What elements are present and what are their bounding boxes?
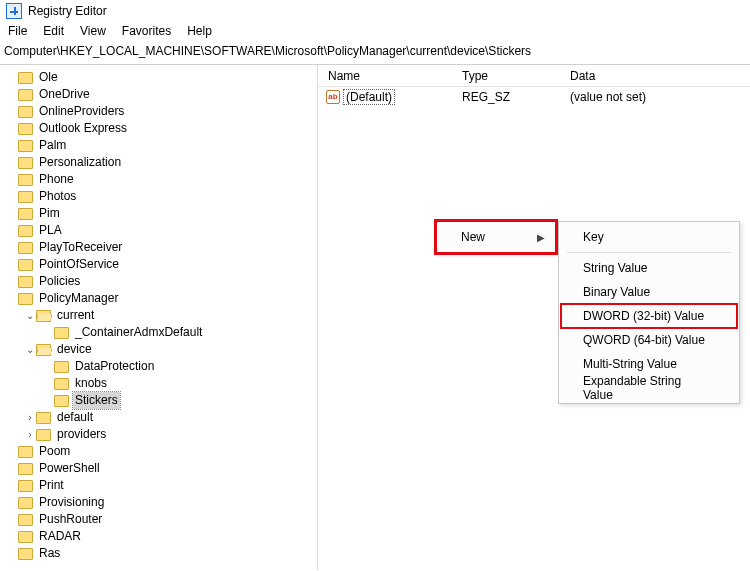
tree-item-dataprotection[interactable]: DataProtection (0, 358, 317, 375)
menu-view[interactable]: View (80, 24, 106, 38)
tree-item-provisioning[interactable]: Provisioning (0, 494, 317, 511)
value-name[interactable]: (Default) (344, 90, 394, 104)
regedit-icon (6, 3, 22, 19)
tree-item-phone[interactable]: Phone (0, 171, 317, 188)
menu-item-label: String Value (583, 261, 647, 275)
menu-edit[interactable]: Edit (43, 24, 64, 38)
tree-item-label: knobs (73, 375, 109, 392)
tree-item-label: Ole (37, 69, 60, 86)
chevron-right-icon[interactable]: › (24, 409, 36, 426)
col-header-name[interactable]: Name (318, 69, 452, 83)
tree-item-label: PolicyManager (37, 290, 120, 307)
menu-item-label: QWORD (64-bit) Value (583, 333, 705, 347)
tree-item-powershell[interactable]: PowerShell (0, 460, 317, 477)
folder-icon (36, 429, 51, 441)
folder-icon (54, 327, 69, 339)
tree-item-pushrouter[interactable]: PushRouter (0, 511, 317, 528)
menu-help[interactable]: Help (187, 24, 212, 38)
tree-item-providers[interactable]: ›providers (0, 426, 317, 443)
tree-item-poom[interactable]: Poom (0, 443, 317, 460)
col-header-data[interactable]: Data (560, 69, 750, 83)
tree-item-device[interactable]: ⌄device (0, 341, 317, 358)
tree-item-print[interactable]: Print (0, 477, 317, 494)
folder-icon (18, 497, 33, 509)
folder-icon (18, 514, 33, 526)
tree-item-radar[interactable]: RADAR (0, 528, 317, 545)
folder-icon (18, 123, 33, 135)
tree-item-label: providers (55, 426, 108, 443)
folder-icon (18, 548, 33, 560)
col-header-type[interactable]: Type (452, 69, 560, 83)
menu-item-binary[interactable]: Binary Value (561, 280, 737, 304)
tree-item-pointofservice[interactable]: PointOfService (0, 256, 317, 273)
tree-item-policies[interactable]: Policies (0, 273, 317, 290)
tree-item-current[interactable]: ⌄current (0, 307, 317, 324)
tree-item-default[interactable]: ›default (0, 409, 317, 426)
tree-item-label: PushRouter (37, 511, 104, 528)
menu-item-label: Binary Value (583, 285, 650, 299)
value-type: REG_SZ (452, 90, 560, 104)
tree-item-ras[interactable]: Ras (0, 545, 317, 562)
menu-favorites[interactable]: Favorites (122, 24, 171, 38)
folder-icon (36, 412, 51, 424)
tree-item-label: PLA (37, 222, 64, 239)
tree-item-pla[interactable]: PLA (0, 222, 317, 239)
address-bar[interactable]: Computer\HKEY_LOCAL_MACHINE\SOFTWARE\Mic… (0, 42, 750, 65)
folder-icon (18, 157, 33, 169)
tree-item-label: RADAR (37, 528, 83, 545)
tree-item-outlook-express[interactable]: Outlook Express (0, 120, 317, 137)
chevron-right-icon[interactable]: › (24, 426, 36, 443)
menu-file[interactable]: File (8, 24, 27, 38)
tree-item-label: Personalization (37, 154, 123, 171)
folder-icon (54, 378, 69, 390)
titlebar: Registry Editor (0, 0, 750, 22)
folder-icon (18, 259, 33, 271)
context-submenu-new: Key String Value Binary Value DWORD (32-… (558, 221, 740, 404)
tree-item-onlineproviders[interactable]: OnlineProviders (0, 103, 317, 120)
menu-item-dword[interactable]: DWORD (32-bit) Value (561, 304, 737, 328)
tree-item-label: Phone (37, 171, 76, 188)
folder-icon (36, 310, 51, 322)
tree-item-label: PlayToReceiver (37, 239, 124, 256)
value-data: (value not set) (560, 90, 750, 104)
tree-item-personalization[interactable]: Personalization (0, 154, 317, 171)
tree-item-label: OnlineProviders (37, 103, 126, 120)
menubar: File Edit View Favorites Help (0, 22, 750, 42)
menu-item-label: Expandable String Value (583, 374, 707, 402)
tree-item-pim[interactable]: Pim (0, 205, 317, 222)
tree-item-stickers[interactable]: Stickers (0, 392, 317, 409)
tree-item-label: DataProtection (73, 358, 156, 375)
folder-icon (18, 446, 33, 458)
chevron-down-icon[interactable]: ⌄ (24, 307, 36, 324)
folder-icon (18, 89, 33, 101)
tree-item-palm[interactable]: Palm (0, 137, 317, 154)
tree-item-ole[interactable]: Ole (0, 69, 317, 86)
chevron-down-icon[interactable]: ⌄ (24, 341, 36, 358)
context-menu-new: New ▶ (436, 221, 556, 253)
tree-pane[interactable]: OleOneDriveOnlineProvidersOutlook Expres… (0, 65, 318, 570)
menu-item-key[interactable]: Key (561, 225, 737, 249)
folder-icon (18, 242, 33, 254)
tree-item--containeradmxdefault[interactable]: _ContainerAdmxDefault (0, 324, 317, 341)
tree-item-label: Policies (37, 273, 82, 290)
tree-item-label: Palm (37, 137, 68, 154)
menu-item-label: DWORD (32-bit) Value (583, 309, 704, 323)
folder-icon (18, 106, 33, 118)
tree-item-policymanager[interactable]: PolicyManager (0, 290, 317, 307)
menu-item-string[interactable]: String Value (561, 256, 737, 280)
menu-item-expand[interactable]: Expandable String Value (561, 376, 737, 400)
list-header: Name Type Data (318, 65, 750, 87)
menu-item-multi[interactable]: Multi-String Value (561, 352, 737, 376)
tree-item-label: Poom (37, 443, 72, 460)
tree-item-knobs[interactable]: knobs (0, 375, 317, 392)
tree-item-photos[interactable]: Photos (0, 188, 317, 205)
list-row[interactable]: (Default) REG_SZ (value not set) (318, 87, 750, 107)
folder-icon (18, 140, 33, 152)
folder-icon (18, 72, 33, 84)
menu-item-qword[interactable]: QWORD (64-bit) Value (561, 328, 737, 352)
tree-item-onedrive[interactable]: OneDrive (0, 86, 317, 103)
menu-item-new[interactable]: New ▶ (439, 225, 553, 249)
string-value-icon (326, 90, 340, 104)
tree-item-label: PointOfService (37, 256, 121, 273)
tree-item-playtoreceiver[interactable]: PlayToReceiver (0, 239, 317, 256)
